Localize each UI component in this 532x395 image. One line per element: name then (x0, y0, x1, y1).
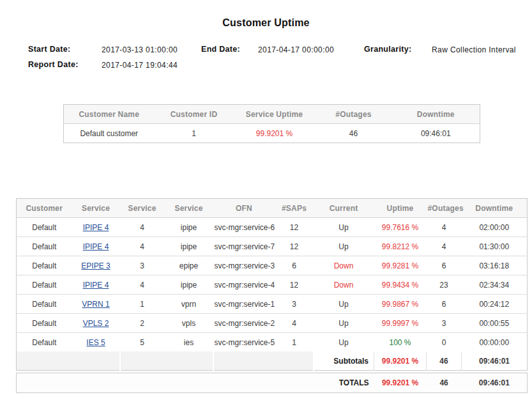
service-type-cell: ipipe (165, 275, 213, 295)
customer-cell: Default (17, 275, 72, 295)
service-link[interactable]: IPIPE 4 (83, 242, 109, 251)
totals-table: TOTALS 99.9201 % 46 09:46:01 (16, 373, 528, 393)
summary-header-row: Customer Name Customer ID Service Uptime… (64, 105, 480, 124)
end-date-label: End Date: (201, 45, 240, 54)
downtime-cell: 01:30:00 (462, 237, 528, 256)
outages-cell: 4 (427, 237, 462, 256)
uptime-cell: 99.9434 % (374, 275, 427, 295)
downtime-cell: 03:16:18 (462, 256, 528, 275)
service-id-cell: 4 (120, 218, 165, 237)
detail-column-header-1-service: Service (72, 199, 120, 218)
current-status-cell: Down (314, 256, 374, 275)
service-row: DefaultIPIPE 44ipipesvc-mgr:service-712U… (17, 237, 528, 256)
downtime-cell: 09:46:01 (392, 124, 480, 143)
current-status-cell: Up (314, 295, 374, 314)
service-link[interactable]: IPIPE 4 (83, 281, 109, 290)
customer-cell: Default (17, 295, 72, 314)
service-id-cell: 4 (120, 275, 165, 295)
ofn-cell: svc-mgr:service-2 (213, 314, 275, 333)
saps-cell: 4 (275, 314, 314, 333)
outages-cell: 6 (427, 295, 462, 314)
ofn-cell: svc-mgr:service-3 (213, 256, 275, 275)
totals-label: TOTALS (17, 373, 374, 393)
saps-cell: 6 (275, 256, 314, 275)
start-date-label: Start Date: (28, 45, 71, 54)
outages-cell: 4 (427, 218, 462, 237)
saps-cell: 1 (275, 333, 314, 352)
outages-cell: 3 (427, 314, 462, 333)
service-cell: EPIPE 3 (72, 256, 120, 275)
detail-column-header-8-outages: #Outages (427, 199, 462, 218)
granularity-value: Raw Collection Interval (432, 45, 516, 54)
ofn-cell: svc-mgr:service-1 (213, 295, 275, 314)
service-uptime-cell: 99.9201 % (234, 124, 315, 143)
service-link[interactable]: IES 5 (86, 338, 105, 347)
column-header-downtime: Downtime (392, 105, 480, 124)
column-header-customer-name: Customer Name (64, 105, 155, 124)
detail-column-header-4-ofn: OFN (213, 199, 275, 218)
service-link[interactable]: VPRN 1 (82, 300, 109, 309)
current-status-cell: Up (314, 218, 374, 237)
column-header-service-uptime: Service Uptime (234, 105, 315, 124)
service-row: DefaultIES 55iessvc-mgr:service-51Up100 … (17, 333, 528, 352)
service-link[interactable]: VPLS 2 (83, 319, 109, 328)
downtime-cell: 00:24:12 (462, 295, 528, 314)
service-id-cell: 3 (120, 256, 165, 275)
totals-uptime-cell: 99.9201 % (374, 373, 427, 393)
detail-column-header-0-customer: Customer (17, 199, 72, 218)
service-id-cell: 5 (120, 333, 165, 352)
subtotals-empty-cell (120, 352, 213, 371)
uptime-cell: 99.9281 % (374, 256, 427, 275)
customer-cell: Default (17, 314, 72, 333)
service-cell: IPIPE 4 (72, 275, 120, 295)
service-type-cell: epipe (165, 256, 213, 275)
totals-downtime-cell: 09:46:01 (462, 373, 528, 393)
detail-column-header-6-current: Current (314, 199, 374, 218)
service-row: DefaultVPRN 11vprnsvc-mgr:service-13Up99… (17, 295, 528, 314)
subtotals-uptime-cell: 99.9201 % (374, 352, 427, 371)
service-id-cell: 4 (120, 237, 165, 256)
customer-cell: Default (17, 237, 72, 256)
outages-cell: 0 (427, 333, 462, 352)
service-link[interactable]: EPIPE 3 (81, 261, 110, 270)
current-status-cell: Up (314, 314, 374, 333)
ofn-cell: svc-mgr:service-7 (213, 237, 275, 256)
subtotals-label: Subtotals (314, 352, 374, 371)
customer-id-cell: 1 (155, 124, 234, 143)
uptime-cell: 99.8212 % (374, 237, 427, 256)
service-row: DefaultIPIPE 44ipipesvc-mgr:service-412D… (17, 275, 528, 295)
service-type-cell: ipipe (165, 237, 213, 256)
uptime-cell: 99.9867 % (374, 295, 427, 314)
service-detail-table: CustomerServiceServiceServiceOFN#SAPsCur… (16, 198, 528, 371)
downtime-cell: 00:00:00 (462, 333, 528, 352)
subtotals-outages-cell: 46 (427, 352, 462, 371)
report-date-label: Report Date: (28, 60, 79, 69)
service-id-cell: 1 (120, 295, 165, 314)
page-title: Customer Uptime (0, 17, 532, 29)
subtotals-downtime-cell: 09:46:01 (462, 352, 528, 371)
detail-column-header-9-downtime: Downtime (462, 199, 528, 218)
customer-cell: Default (17, 218, 72, 237)
totals-row: TOTALS 99.9201 % 46 09:46:01 (17, 373, 528, 393)
customer-summary-table: Customer Name Customer ID Service Uptime… (63, 104, 480, 143)
customer-name-cell: Default customer (64, 124, 155, 143)
detail-header-row: CustomerServiceServiceServiceOFN#SAPsCur… (17, 199, 528, 218)
totals-outages-cell: 46 (427, 373, 462, 393)
service-id-cell: 2 (120, 314, 165, 333)
subtotals-row: Subtotals 99.9201 % 46 09:46:01 (17, 352, 528, 371)
saps-cell: 12 (275, 218, 314, 237)
downtime-cell: 02:34:34 (462, 275, 528, 295)
start-date-value: 2017-03-13 01:00:00 (102, 45, 178, 54)
current-status-cell: Down (314, 275, 374, 295)
detail-column-header-7-uptime: Uptime (374, 199, 427, 218)
saps-cell: 12 (275, 275, 314, 295)
uptime-cell: 99.9997 % (374, 314, 427, 333)
service-type-cell: ipipe (165, 218, 213, 237)
ofn-cell: svc-mgr:service-6 (213, 218, 275, 237)
report-date-value: 2017-04-17 19:04:44 (102, 61, 178, 70)
saps-cell: 3 (275, 295, 314, 314)
customer-cell: Default (17, 333, 72, 352)
service-cell: VPLS 2 (72, 314, 120, 333)
service-link[interactable]: IPIPE 4 (83, 223, 109, 232)
service-type-cell: ies (165, 333, 213, 352)
